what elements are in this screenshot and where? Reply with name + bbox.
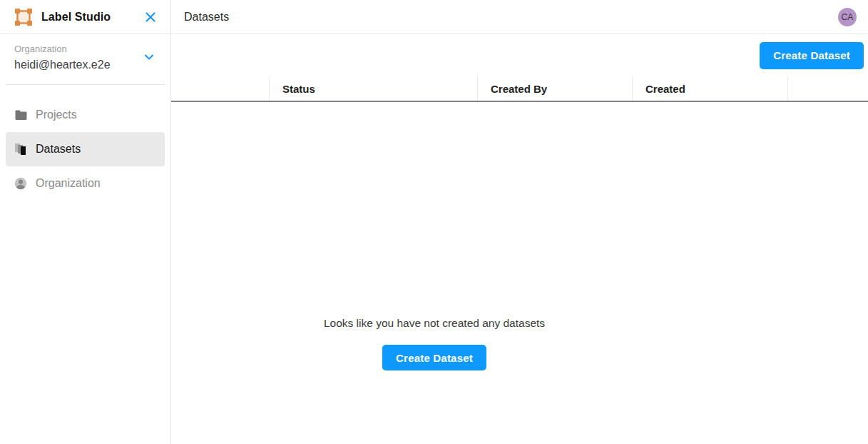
column-header-created-by: Created By bbox=[477, 76, 632, 101]
empty-state: Looks like you have not created any data… bbox=[324, 317, 545, 370]
create-dataset-button[interactable]: Create Dataset bbox=[760, 42, 864, 69]
content-area: Create Dataset Status Created By Created… bbox=[171, 34, 868, 444]
sidebar-item-label: Datasets bbox=[36, 143, 81, 156]
page-title: Datasets bbox=[184, 11, 838, 24]
sidebar-item-organization[interactable]: Organization bbox=[6, 166, 165, 201]
column-header-name bbox=[171, 76, 269, 101]
sidebar: Label Studio Organization heidi@heartex.… bbox=[0, 0, 171, 444]
label-studio-logo-icon[interactable] bbox=[14, 8, 33, 26]
main-area: Datasets CA Create Dataset Status Create… bbox=[171, 0, 868, 444]
person-icon bbox=[14, 177, 27, 190]
sidebar-nav: Projects Datasets bbox=[0, 85, 170, 201]
organization-selector-texts: Organization heidi@heartex.e2e bbox=[14, 44, 136, 73]
sidebar-item-projects[interactable]: Projects bbox=[6, 98, 165, 132]
top-header: Datasets CA bbox=[171, 0, 868, 34]
sidebar-item-datasets[interactable]: Datasets bbox=[6, 132, 165, 166]
empty-state-message: Looks like you have not created any data… bbox=[324, 317, 545, 330]
column-header-status: Status bbox=[269, 76, 477, 101]
sidebar-item-label: Projects bbox=[36, 109, 77, 121]
close-sidebar-icon[interactable] bbox=[142, 9, 159, 26]
organization-selector[interactable]: Organization heidi@heartex.e2e bbox=[6, 34, 165, 85]
sidebar-item-label: Organization bbox=[36, 177, 101, 190]
datasets-toolbar: Create Dataset bbox=[171, 34, 868, 76]
app-window: Label Studio Organization heidi@heartex.… bbox=[0, 0, 868, 444]
datasets-icon bbox=[14, 143, 27, 156]
organization-selector-label: Organization bbox=[14, 44, 136, 55]
empty-state-create-dataset-button[interactable]: Create Dataset bbox=[382, 345, 486, 370]
column-header-actions bbox=[787, 76, 868, 101]
column-header-created: Created bbox=[632, 76, 787, 101]
organization-selector-value: heidi@heartex.e2e bbox=[14, 57, 136, 73]
chevron-down-icon bbox=[142, 50, 156, 67]
folder-icon bbox=[14, 109, 27, 121]
sidebar-header: Label Studio bbox=[0, 0, 170, 34]
user-avatar[interactable]: CA bbox=[838, 8, 857, 26]
brand-title: Label Studio bbox=[41, 11, 133, 24]
datasets-table-header: Status Created By Created bbox=[171, 76, 868, 102]
